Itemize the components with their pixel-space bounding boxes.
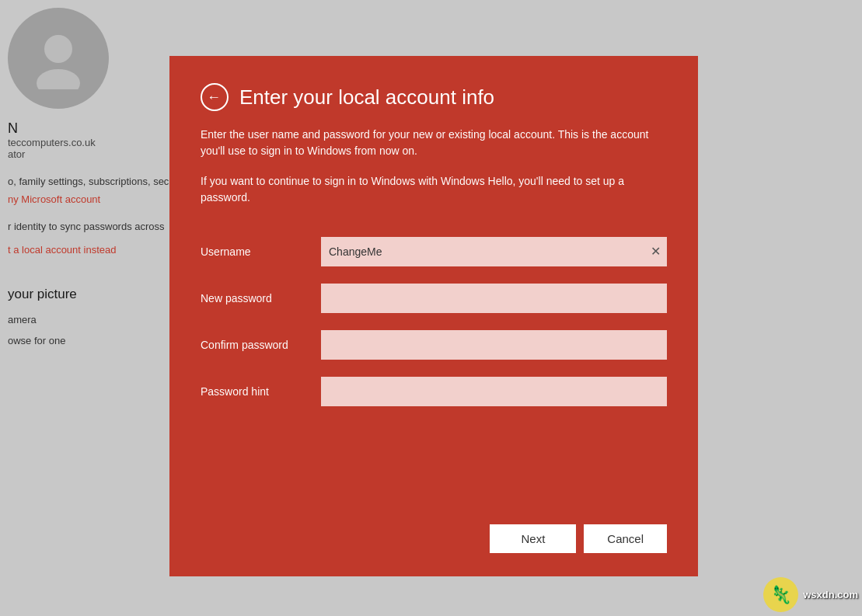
modal-description-2: If you want to continue to sign in to Wi…	[201, 173, 667, 206]
password-hint-input[interactable]	[321, 377, 667, 406]
username-input-wrapper: ✕	[321, 237, 667, 266]
watermark-site: wsxdn.com	[803, 589, 858, 600]
confirm-password-label: Confirm password	[201, 339, 321, 351]
role-display: ator	[8, 148, 175, 160]
username-row: Username ✕	[201, 237, 667, 266]
cancel-button[interactable]: Cancel	[584, 524, 667, 553]
username-input[interactable]	[321, 237, 667, 266]
local-account-dialog: ← Enter your local account info Enter th…	[169, 56, 698, 576]
clear-username-button[interactable]: ✕	[651, 245, 661, 258]
new-password-input-wrapper	[321, 284, 667, 313]
confirm-password-row: Confirm password	[201, 330, 667, 360]
avatar-container	[8, 8, 109, 109]
watermark-emoji: 🦎	[770, 585, 791, 605]
new-password-input[interactable]	[321, 284, 667, 313]
back-arrow-icon: ←	[207, 90, 221, 104]
username-label: Username	[201, 245, 321, 258]
back-button[interactable]: ←	[201, 83, 229, 111]
new-password-label: New password	[201, 292, 321, 305]
svg-point-1	[37, 69, 80, 89]
password-hint-input-wrapper	[321, 377, 667, 406]
left-panel: N teccomputers.co.uk ator o, family sett…	[8, 120, 175, 356]
modal-title: Enter your local account info	[239, 85, 494, 110]
watermark-logo: 🦎	[763, 577, 798, 612]
avatar	[8, 8, 109, 109]
confirm-password-input[interactable]	[321, 330, 667, 360]
new-password-row: New password	[201, 284, 667, 313]
modal-description-1: Enter the user name and password for you…	[201, 127, 667, 159]
password-hint-row: Password hint	[201, 377, 667, 406]
user-icon	[27, 27, 89, 89]
section-text-2: r identity to sync passwords across	[8, 221, 175, 232]
modal-footer: Next Cancel	[490, 524, 667, 553]
browse-option[interactable]: owse for one	[8, 335, 175, 346]
svg-point-0	[44, 35, 72, 63]
picture-heading: your picture	[8, 287, 175, 302]
username-display: N	[8, 120, 175, 137]
confirm-password-input-wrapper	[321, 330, 667, 360]
camera-option[interactable]: amera	[8, 314, 175, 325]
section-text-1: o, family settings, subscriptions, sec	[8, 176, 175, 187]
local-account-link[interactable]: t a local account instead	[8, 244, 175, 256]
domain-display: teccomputers.co.uk	[8, 137, 175, 148]
password-hint-label: Password hint	[201, 385, 321, 398]
modal-header: ← Enter your local account info	[201, 83, 667, 111]
next-button[interactable]: Next	[490, 524, 576, 553]
microsoft-account-link[interactable]: ny Microsoft account	[8, 193, 175, 205]
watermark: 🦎 wsxdn.com	[763, 577, 858, 612]
